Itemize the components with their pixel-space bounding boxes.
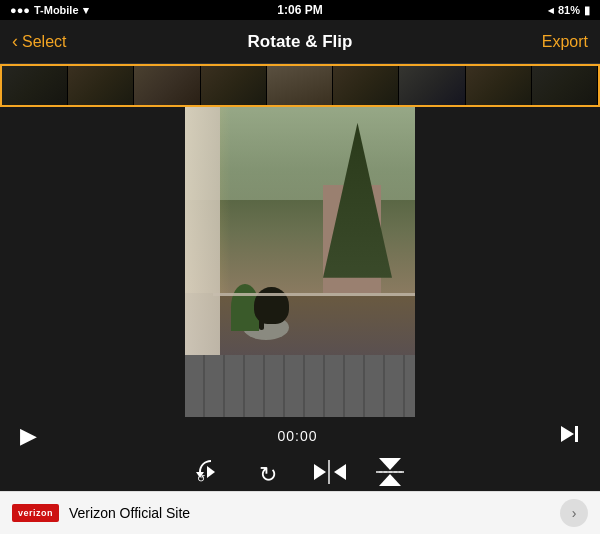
main-content: ▶ 00:00 ↺ — [0, 64, 600, 534]
status-left: ●●● T-Mobile ▾ — [10, 4, 89, 17]
nav-bar: ‹ Select Rotate & Flip Export — [0, 20, 600, 64]
playback-controls: ▶ 00:00 — [0, 423, 600, 450]
svg-marker-8 — [379, 458, 401, 470]
film-frame — [466, 66, 532, 105]
time-display: 1:06 PM — [277, 3, 322, 17]
rotate-right-button[interactable]: ↻ — [254, 458, 286, 486]
svg-rect-4 — [328, 460, 330, 484]
film-frame — [2, 66, 68, 105]
status-bar: ●●● T-Mobile ▾ 1:06 PM ◂ 81% ▮ — [0, 0, 600, 20]
svg-text:↻: ↻ — [259, 462, 277, 486]
video-scene — [185, 107, 415, 417]
svg-rect-1 — [575, 426, 578, 442]
ad-text: Verizon Official Site — [69, 505, 560, 521]
video-player[interactable] — [185, 107, 415, 417]
svg-marker-0 — [561, 426, 574, 442]
film-frame — [134, 66, 200, 105]
wifi-icon: ▾ — [83, 4, 89, 17]
rotate-right-icon: ↻ — [254, 458, 286, 486]
ad-banner[interactable]: verizon Verizon Official Site › — [0, 491, 600, 534]
timecode-display: 00:00 — [277, 428, 317, 444]
flip-vertical-icon — [374, 458, 406, 486]
film-frame — [399, 66, 465, 105]
svg-text:↺: ↺ — [197, 473, 205, 484]
back-button[interactable]: ‹ Select — [12, 31, 66, 52]
export-button[interactable]: Export — [542, 33, 588, 51]
ad-logo: verizon — [12, 504, 59, 522]
flip-horizontal-icon — [314, 458, 346, 486]
carrier-label: T-Mobile — [34, 4, 79, 16]
video-area — [0, 107, 600, 417]
svg-marker-9 — [379, 474, 401, 486]
flip-horizontal-button[interactable] — [314, 458, 346, 486]
film-frame — [68, 66, 134, 105]
battery-percent: 81% — [558, 4, 580, 16]
rotate-left-icon: ↺ — [194, 458, 226, 486]
film-frame — [201, 66, 267, 105]
page-title: Rotate & Flip — [248, 32, 353, 52]
flip-vertical-button[interactable] — [374, 458, 406, 486]
status-right: ◂ 81% ▮ — [548, 4, 590, 17]
battery-icon: ▮ — [584, 4, 590, 17]
film-strip[interactable] — [0, 64, 600, 107]
play-button[interactable]: ▶ — [20, 423, 37, 449]
ad-arrow-button[interactable]: › — [560, 499, 588, 527]
chevron-left-icon: ‹ — [12, 31, 18, 52]
svg-marker-6 — [334, 464, 346, 480]
back-label: Select — [22, 33, 66, 51]
signal-dots: ●●● — [10, 4, 30, 16]
scene-fence-line — [213, 293, 415, 296]
controls-area: ▶ 00:00 ↺ — [0, 417, 600, 491]
film-frame — [267, 66, 333, 105]
scene-patio — [185, 355, 415, 417]
skip-to-end-button[interactable] — [558, 423, 580, 450]
film-frame — [333, 66, 399, 105]
skip-end-icon — [558, 423, 580, 445]
edit-controls: ↺ ↻ — [194, 458, 406, 486]
film-frame — [532, 66, 598, 105]
chevron-right-icon: › — [572, 505, 577, 521]
svg-marker-5 — [314, 464, 326, 480]
rotate-left-button[interactable]: ↺ — [194, 458, 226, 486]
location-icon: ◂ — [548, 4, 554, 17]
